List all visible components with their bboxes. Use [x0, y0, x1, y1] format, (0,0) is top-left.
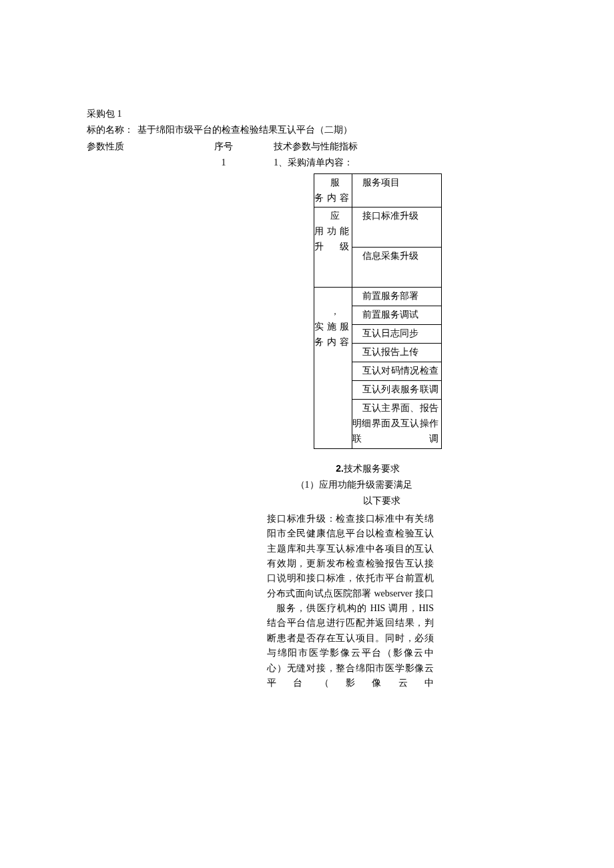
- procurement-table: 服务内容 服务项目 应用功能升级 接口标准升级 信息采集升级 ，实施服务内容 前…: [314, 173, 442, 449]
- req-title: 2.技术服务要求: [267, 461, 440, 476]
- subject-label: 标的名称：: [87, 123, 133, 137]
- cell-info-upgrade: 信息采集升级: [352, 248, 442, 288]
- req-sub1: （1）应用功能升级需要满足: [267, 478, 440, 492]
- requirements-block: 2.技术服务要求 （1）应用功能升级需要满足 以下要求 接口标准升级：检查接口标…: [267, 461, 440, 691]
- cell-impl-service: ，实施服务内容: [314, 288, 352, 448]
- cell-impl-item: 互认对码情况检查: [352, 362, 442, 380]
- cell-service-item: 服务项目: [352, 173, 442, 207]
- table-row: 服务内容 服务项目: [314, 173, 442, 207]
- table-row: ，实施服务内容 前置服务部署: [314, 288, 442, 306]
- header-param: 参数性质: [87, 139, 174, 154]
- cell-impl-item: 前置服务部署: [352, 288, 442, 306]
- cell-impl-item: 互认报告上传: [352, 343, 442, 362]
- cell-impl-item: 互认列表服务联调: [352, 380, 442, 399]
- cell-impl-item: 互认主界面、报告明细界面及互认操作联调: [352, 399, 442, 448]
- list-intro: 1、采购清单内容：: [274, 155, 534, 170]
- cell-impl-item: 前置服务调试: [352, 306, 442, 325]
- package-label: 采购包 1: [87, 107, 122, 121]
- cell-service-content: 服务内容: [314, 173, 352, 207]
- req-sub2: 以下要求: [267, 494, 440, 508]
- table-row: 应用功能升级 接口标准升级: [314, 207, 442, 248]
- cell-interface-upgrade: 接口标准升级: [352, 207, 442, 248]
- seq-value: 1: [174, 155, 274, 170]
- subject-value: 基于绵阳市级平台的检查检验结果互认平台（二期）: [137, 123, 352, 137]
- cell-app-upgrade: 应用功能升级: [314, 207, 352, 288]
- body-text-1: 接口标准升级：检查接口标准中有关绵阳市全民健康信息平台以检查检验互认主题库和共享…: [267, 512, 434, 601]
- cell-impl-item: 互认日志同步: [352, 325, 442, 344]
- header-seq: 序号: [174, 139, 274, 154]
- header-tech: 技术参数与性能指标: [274, 139, 534, 154]
- body-text-2: 服务，供医疗机构的 HIS 调用，HIS 结合平台信息进行匹配并返回结果，判断患…: [267, 601, 434, 691]
